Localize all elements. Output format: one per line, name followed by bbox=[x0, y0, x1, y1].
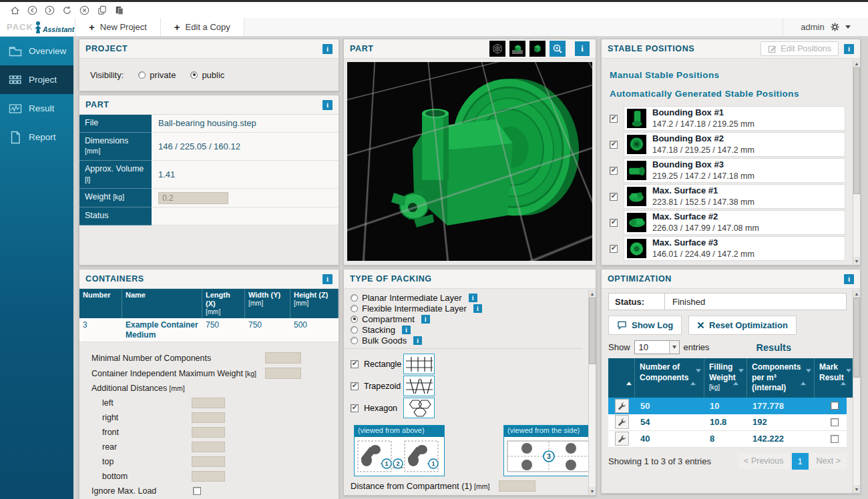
containers-table-row[interactable]: 3 Example Container Medium 750 750 500 bbox=[79, 318, 339, 342]
hexagon-pattern-icon[interactable] bbox=[403, 398, 435, 418]
trapezoid-checkbox[interactable] bbox=[351, 382, 359, 390]
result-row[interactable]: 50 10 177.778 bbox=[608, 398, 847, 414]
wrench-button[interactable] bbox=[615, 399, 629, 413]
sidebar-item-project[interactable]: Project bbox=[0, 65, 73, 94]
panel-title: OPTIMIZATION bbox=[608, 274, 672, 284]
info-icon[interactable]: i bbox=[322, 44, 333, 54]
radio-public[interactable]: public bbox=[190, 70, 224, 80]
sidebar-item-overview[interactable]: Overview bbox=[0, 37, 73, 65]
stable-position-checkbox[interactable] bbox=[610, 141, 618, 149]
result-row[interactable]: 40 8 142.222 bbox=[608, 431, 847, 448]
col-mark-result[interactable]: Mark Result bbox=[815, 358, 855, 398]
info-icon[interactable]: i bbox=[575, 41, 590, 56]
back-icon[interactable] bbox=[27, 5, 38, 16]
current-page-button[interactable]: 1 bbox=[792, 453, 809, 470]
distance-front-input[interactable] bbox=[192, 427, 225, 438]
col-components-per-m3[interactable]: Components per m³(internal) bbox=[747, 358, 815, 398]
col-filling-weight[interactable]: Filling Weight[kg] bbox=[704, 358, 747, 398]
previous-page-button[interactable]: < Previous bbox=[738, 453, 789, 469]
distance-top-input[interactable] bbox=[192, 456, 225, 467]
page-size-select[interactable]: 10 bbox=[634, 340, 680, 354]
sidebar-item-result[interactable]: Result bbox=[0, 94, 73, 123]
option-planar[interactable]: Planar Intermediate Layeri bbox=[351, 292, 581, 303]
weight-input[interactable]: 0.2 bbox=[158, 192, 228, 204]
paste-icon[interactable] bbox=[114, 5, 125, 16]
solid-view-button[interactable] bbox=[529, 41, 546, 57]
scroll-up-arrow[interactable]: ▲ bbox=[853, 290, 860, 298]
copy-icon[interactable] bbox=[96, 5, 107, 16]
results-heading: Results bbox=[756, 342, 791, 353]
min-components-input[interactable] bbox=[265, 352, 301, 364]
textured-view-button[interactable] bbox=[509, 41, 525, 57]
stable-position-checkbox[interactable] bbox=[610, 167, 618, 175]
option-flexible[interactable]: Flexible Intermediate Layeri bbox=[351, 303, 581, 314]
distance-left-input[interactable] bbox=[192, 398, 225, 408]
scroll-thumb[interactable] bbox=[853, 67, 860, 194]
home-icon[interactable] bbox=[9, 5, 21, 16]
option-compartment[interactable]: Compartmenti bbox=[351, 314, 581, 324]
stable-position-checkbox[interactable] bbox=[610, 193, 618, 201]
scroll-up-arrow[interactable]: ▲ bbox=[853, 59, 860, 67]
next-page-button[interactable]: Next > bbox=[811, 453, 847, 469]
info-icon[interactable]: i bbox=[473, 304, 482, 313]
zoom-button[interactable] bbox=[550, 41, 566, 57]
scroll-up-arrow[interactable]: ▲ bbox=[589, 290, 596, 298]
option-stacking[interactable]: Stackingi bbox=[351, 324, 581, 335]
radio-private[interactable]: private bbox=[138, 70, 176, 80]
info-icon[interactable]: i bbox=[322, 100, 333, 110]
tab-edit-a-copy[interactable]: +Edit a Copy bbox=[161, 18, 244, 36]
distance-rear-input[interactable] bbox=[192, 442, 225, 452]
wrench-button[interactable] bbox=[615, 415, 629, 429]
info-icon[interactable]: i bbox=[469, 294, 477, 302]
stable-position-checkbox[interactable] bbox=[610, 219, 618, 227]
wireframe-view-button[interactable] bbox=[489, 41, 505, 57]
user-menu[interactable]: admin bbox=[783, 18, 868, 36]
result-chart-icon bbox=[8, 101, 23, 116]
col-number-of-components[interactable]: Number of Components bbox=[635, 358, 704, 398]
optimization-scrollbar[interactable]: ▲ ▼ bbox=[853, 290, 860, 493]
info-icon[interactable]: i bbox=[402, 326, 411, 334]
scroll-down-arrow[interactable]: ▼ bbox=[589, 487, 596, 495]
show-log-button[interactable]: Show Log bbox=[608, 316, 682, 335]
option-bulk-goods[interactable]: Bulk Goodsi bbox=[351, 335, 581, 346]
info-icon[interactable]: i bbox=[413, 336, 422, 345]
refresh-icon[interactable] bbox=[61, 5, 73, 16]
packing-scrollbar[interactable]: ▲ ▼ bbox=[588, 290, 596, 495]
scroll-down-arrow[interactable]: ▼ bbox=[853, 257, 860, 265]
distance-from-compartment-input[interactable] bbox=[499, 480, 535, 492]
distance-right-input[interactable] bbox=[192, 412, 225, 423]
info-icon[interactable]: i bbox=[844, 44, 854, 54]
stable-position-checkbox[interactable] bbox=[610, 245, 618, 253]
reset-optimization-button[interactable]: Reset Optimization bbox=[688, 316, 797, 335]
mark-result-checkbox[interactable] bbox=[831, 435, 839, 443]
radio-public-control[interactable] bbox=[190, 71, 198, 79]
info-icon[interactable]: i bbox=[421, 315, 430, 324]
ignore-max-load-checkbox[interactable] bbox=[193, 487, 201, 495]
info-icon[interactable]: i bbox=[322, 274, 333, 284]
rectangle-pattern-icon[interactable] bbox=[403, 354, 435, 374]
scroll-thumb[interactable] bbox=[853, 298, 860, 378]
sort-column[interactable] bbox=[608, 358, 635, 398]
forward-icon[interactable] bbox=[44, 5, 55, 16]
stable-scrollbar[interactable]: ▲ ▼ bbox=[853, 59, 860, 265]
radio-private-control[interactable] bbox=[138, 71, 146, 79]
close-icon[interactable] bbox=[79, 5, 90, 16]
scroll-down-arrow[interactable]: ▼ bbox=[853, 485, 860, 493]
scroll-thumb[interactable] bbox=[589, 298, 596, 364]
trapezoid-pattern-icon[interactable] bbox=[403, 376, 435, 396]
result-row[interactable]: 54 10.8 192 bbox=[608, 414, 847, 431]
edit-positions-button[interactable]: Edit Positions bbox=[761, 41, 839, 56]
mark-result-checkbox[interactable] bbox=[831, 402, 839, 410]
part-dimensions-row: Dimensions [mm] 146 / 225.05 / 160.12 bbox=[79, 133, 339, 161]
tab-new-project[interactable]: +New Project bbox=[75, 18, 161, 36]
stable-position-checkbox[interactable] bbox=[610, 115, 618, 123]
hexagon-checkbox[interactable] bbox=[351, 404, 359, 412]
max-weight-input[interactable] bbox=[265, 368, 301, 379]
part-3d-viewport[interactable] bbox=[347, 62, 592, 261]
rectangle-checkbox[interactable] bbox=[351, 360, 359, 368]
info-icon[interactable]: i bbox=[844, 274, 854, 284]
sidebar-item-report[interactable]: Report bbox=[0, 123, 73, 151]
wrench-button[interactable] bbox=[615, 432, 629, 446]
mark-result-checkbox[interactable] bbox=[831, 418, 839, 426]
distance-bottom-input[interactable] bbox=[192, 471, 225, 482]
